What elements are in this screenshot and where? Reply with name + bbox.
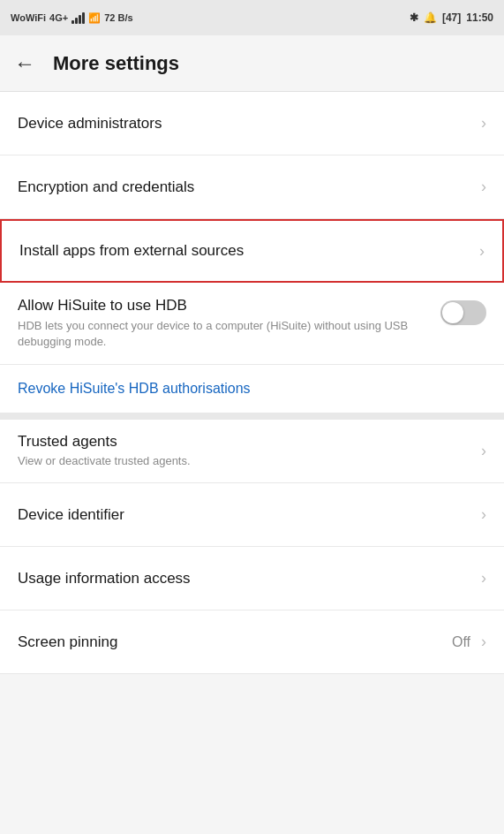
signal-bars (71, 11, 85, 24)
item-value: Off (452, 634, 470, 650)
item-title: Encryption and credentials (18, 178, 474, 196)
revoke-section: Revoke HiSuite's HDB authorisations (0, 365, 504, 420)
page-title: More settings (53, 52, 179, 75)
chevron-icon: › (481, 505, 486, 524)
hdb-row: Allow HiSuite to use HDB HDB lets you co… (18, 297, 486, 364)
settings-item-encryption-credentials[interactable]: Encryption and credentials › (0, 155, 504, 219)
speed-label: 72 B/s (104, 12, 132, 23)
bluetooth-icon: ✱ (410, 11, 418, 24)
item-content: Trusted agents View or deactivate truste… (18, 421, 474, 481)
toggle-container (440, 300, 486, 325)
chevron-icon: › (479, 242, 485, 261)
chevron-icon: › (481, 178, 486, 196)
status-right: ✱ 🔔 [47] 11:50 (410, 11, 493, 24)
chevron-icon: › (481, 569, 486, 588)
settings-item-screen-pinning[interactable]: Screen pinning Off › (0, 610, 504, 674)
battery-label: [47] (442, 11, 461, 24)
network-label: WoWiFi (11, 12, 46, 23)
settings-item-device-identifier[interactable]: Device identifier › (0, 483, 504, 547)
signal-type: 4G+ (49, 12, 68, 23)
hdb-toggle[interactable] (440, 300, 486, 325)
toggle-knob (442, 302, 463, 323)
hdb-text: Allow HiSuite to use HDB HDB lets you co… (18, 297, 440, 350)
item-subtitle: View or deactivate trusted agents. (18, 453, 318, 469)
settings-item-device-administrators[interactable]: Device administrators › (0, 92, 504, 155)
item-content: Encryption and credentials (18, 166, 474, 208)
back-button[interactable]: ← (14, 53, 35, 74)
item-title: Device identifier (18, 506, 474, 524)
settings-item-trusted-agents[interactable]: Trusted agents View or deactivate truste… (0, 420, 504, 483)
lower-settings-list: Trusted agents View or deactivate truste… (0, 420, 504, 674)
item-content: Screen pinning (18, 621, 452, 663)
status-bar: WoWiFi 4G+ 📶 72 B/s ✱ 🔔 [47] 11:50 (0, 0, 504, 35)
item-title: Device administrators (18, 115, 474, 133)
item-content: Usage information access (18, 557, 474, 600)
bar1 (71, 20, 74, 24)
item-title: Install apps from external sources (19, 242, 472, 260)
settings-item-install-apps-external[interactable]: Install apps from external sources › (0, 219, 504, 283)
bar2 (75, 18, 78, 24)
item-content: Device administrators (18, 102, 474, 145)
chevron-icon: › (481, 633, 486, 651)
item-content: Install apps from external sources (19, 230, 472, 272)
item-right: Off › (452, 633, 486, 651)
chevron-icon: › (481, 114, 486, 133)
hdb-section: Allow HiSuite to use HDB HDB lets you co… (0, 283, 504, 365)
revoke-link[interactable]: Revoke HiSuite's HDB authorisations (18, 381, 251, 396)
time-label: 11:50 (466, 11, 493, 24)
status-left: WoWiFi 4G+ 📶 72 B/s (11, 11, 133, 24)
settings-item-usage-information-access[interactable]: Usage information access › (0, 547, 504, 610)
item-title: Trusted agents (18, 433, 474, 451)
bar4 (82, 12, 85, 24)
wifi-icon: 📶 (88, 12, 101, 24)
item-content: Device identifier (18, 494, 474, 536)
settings-list: Device administrators › Encryption and c… (0, 92, 504, 283)
chevron-icon: › (481, 442, 486, 460)
sound-icon: 🔔 (424, 11, 437, 24)
bar3 (79, 15, 81, 24)
item-title: Usage information access (18, 570, 474, 588)
hdb-title: Allow HiSuite to use HDB (18, 297, 426, 315)
item-title: Screen pinning (18, 633, 452, 651)
top-bar: ← More settings (0, 35, 504, 92)
hdb-description: HDB lets you connect your device to a co… (18, 318, 426, 350)
